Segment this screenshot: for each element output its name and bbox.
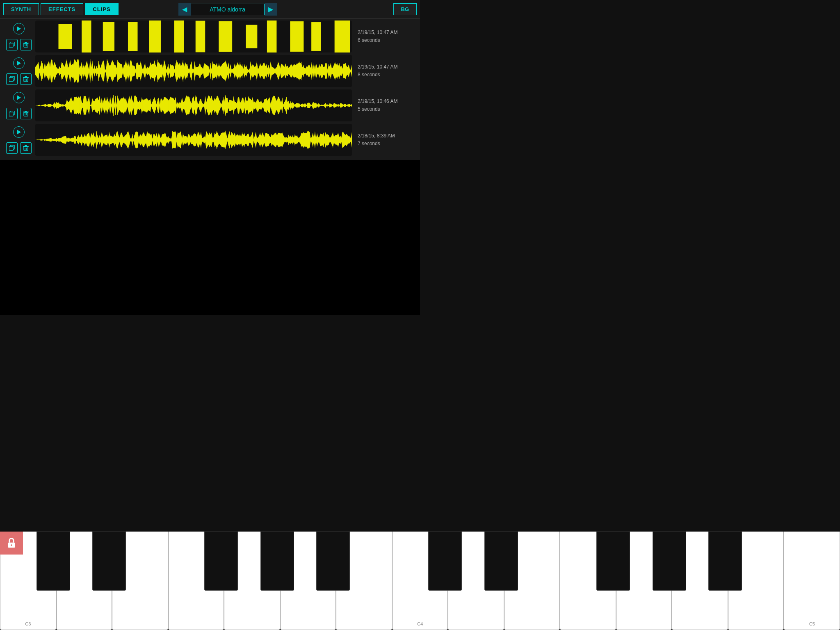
clip-row: 2/18/15, 8:39 AM7 seconds: [2, 124, 418, 156]
clip-3-copy-button[interactable]: [6, 142, 18, 154]
prev-preset-button[interactable]: ◀: [178, 3, 191, 16]
svg-rect-17: [267, 21, 277, 52]
svg-rect-13: [174, 21, 184, 52]
clip-2-waveform[interactable]: [35, 89, 352, 121]
clip-0-meta: 2/19/15, 10:47 AM6 seconds: [352, 29, 418, 44]
svg-marker-344: [17, 130, 21, 135]
clip-1-copy-button[interactable]: [6, 73, 18, 85]
svg-marker-186: [17, 95, 21, 100]
clip-2-date: 2/19/15, 10:46 AM: [358, 98, 418, 105]
clip-0-delete-button[interactable]: [20, 39, 32, 50]
clip-3-date: 2/18/15, 8:39 AM: [358, 132, 418, 140]
svg-rect-190: [23, 112, 29, 112]
empty-area: [0, 160, 420, 315]
svg-rect-9: [82, 21, 91, 52]
clip-1-waveform[interactable]: [35, 55, 352, 87]
svg-rect-3: [24, 43, 28, 47]
svg-rect-16: [246, 25, 257, 48]
effects-tab[interactable]: EFFECTS: [41, 3, 83, 15]
preset-navigator: ◀ ATMO aldorra ▶: [178, 3, 277, 16]
svg-rect-191: [25, 111, 27, 112]
clip-0-play-button[interactable]: [13, 23, 25, 34]
svg-rect-32: [23, 77, 29, 78]
clip-3-meta: 2/18/15, 8:39 AM7 seconds: [352, 132, 418, 148]
svg-rect-33: [25, 76, 27, 77]
clip-2-play-button[interactable]: [13, 92, 25, 103]
clip-2-controls: [2, 89, 35, 121]
svg-rect-347: [24, 147, 28, 151]
svg-rect-349: [25, 145, 27, 146]
clip-0-copy-button[interactable]: [6, 39, 18, 50]
svg-rect-30: [9, 78, 13, 82]
svg-rect-12: [149, 21, 161, 52]
clip-2-delete-button[interactable]: [20, 108, 32, 119]
clip-2-duration: 5 seconds: [358, 105, 418, 113]
svg-rect-2: [9, 43, 13, 47]
clip-0-waveform[interactable]: [35, 21, 352, 52]
svg-rect-346: [9, 146, 13, 151]
svg-rect-189: [24, 112, 28, 116]
svg-rect-8: [58, 24, 72, 49]
clip-1-delete-button[interactable]: [20, 73, 32, 85]
svg-rect-11: [128, 22, 138, 51]
svg-rect-19: [311, 22, 321, 51]
svg-rect-20: [335, 21, 350, 52]
clip-2-icon-row: [6, 108, 32, 119]
svg-marker-28: [17, 61, 21, 66]
svg-rect-188: [9, 112, 13, 116]
clip-1-meta: 2/19/15, 10:47 AM8 seconds: [352, 63, 418, 79]
clip-3-controls: [2, 124, 35, 156]
clip-2-meta: 2/19/15, 10:46 AM5 seconds: [352, 98, 418, 113]
svg-rect-14: [196, 21, 205, 52]
clip-1-play-button[interactable]: [13, 57, 25, 69]
clip-3-icon-row: [6, 142, 32, 154]
next-preset-button[interactable]: ▶: [265, 3, 277, 16]
svg-rect-18: [290, 21, 304, 52]
clip-1-controls: [2, 55, 35, 87]
app-container: SYNTH EFFECTS CLIPS ◀ ATMO aldorra ▶ BG …: [0, 0, 420, 315]
preset-name: ATMO aldorra: [191, 4, 265, 15]
top-nav: SYNTH EFFECTS CLIPS ◀ ATMO aldorra ▶ BG: [0, 0, 420, 19]
synth-tab[interactable]: SYNTH: [3, 3, 39, 15]
svg-rect-348: [23, 146, 29, 147]
svg-rect-15: [219, 21, 232, 52]
clip-row: 2/19/15, 10:47 AM6 seconds: [2, 21, 418, 52]
clip-1-date: 2/19/15, 10:47 AM: [358, 63, 418, 71]
svg-rect-5: [25, 42, 27, 43]
svg-rect-10: [103, 22, 114, 51]
clip-3-waveform[interactable]: [35, 124, 352, 156]
svg-rect-31: [24, 78, 28, 82]
clip-1-icon-row: [6, 73, 32, 85]
clip-3-delete-button[interactable]: [20, 142, 32, 154]
svg-marker-0: [17, 26, 21, 31]
clips-tab[interactable]: CLIPS: [85, 3, 118, 15]
clip-row: 2/19/15, 10:47 AM8 seconds: [2, 55, 418, 87]
clip-0-icon-row: [6, 39, 32, 50]
clip-2-copy-button[interactable]: [6, 108, 18, 119]
clip-0-controls: [2, 21, 35, 52]
clip-3-duration: 7 seconds: [358, 140, 418, 148]
clip-0-duration: 6 seconds: [358, 37, 418, 44]
clip-3-play-button[interactable]: [13, 126, 25, 138]
bg-button[interactable]: BG: [393, 3, 417, 15]
clip-row: 2/19/15, 10:46 AM5 seconds: [2, 89, 418, 121]
svg-rect-4: [23, 43, 29, 43]
clips-list: 2/19/15, 10:47 AM6 seconds2/19/15, 10:47…: [0, 19, 420, 160]
clip-1-duration: 8 seconds: [358, 71, 418, 79]
clip-0-date: 2/19/15, 10:47 AM: [358, 29, 418, 37]
